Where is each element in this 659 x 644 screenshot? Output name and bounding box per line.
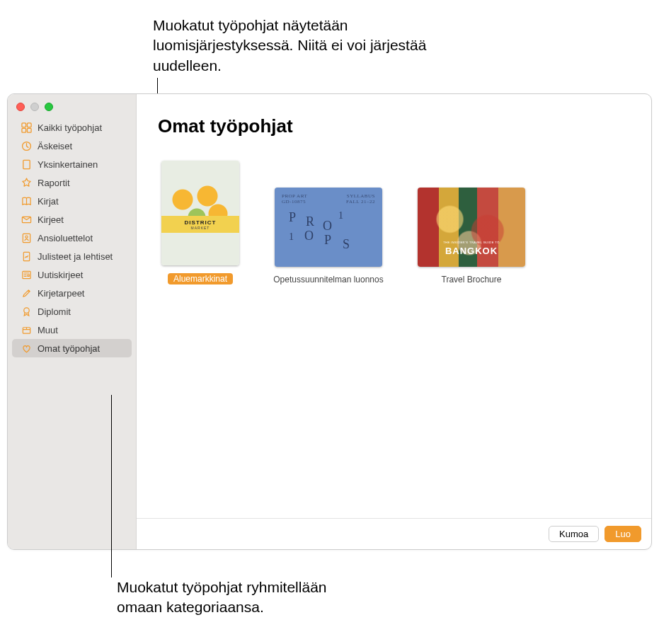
sidebar-item-label: Muut bbox=[38, 325, 58, 335]
clock-icon bbox=[21, 140, 32, 151]
thumb-text: THE INSIDER'S TRAVEL GUIDE TO bbox=[418, 241, 525, 244]
svg-rect-1 bbox=[27, 122, 31, 127]
close-button[interactable] bbox=[16, 103, 25, 111]
template-thumbnail: THE INSIDER'S TRAVEL GUIDE TO BANGKOK bbox=[418, 188, 525, 267]
sidebar-item-label: Yksinkertainen bbox=[38, 159, 98, 170]
template-label: Travel Brochure bbox=[442, 275, 502, 284]
sidebar-item-recent[interactable]: Äskeiset bbox=[12, 137, 132, 155]
sidebar-item-label: Kirjetarpeet bbox=[38, 288, 84, 299]
sidebar-item-label: Diplomit bbox=[38, 306, 71, 317]
poster-icon bbox=[21, 251, 32, 262]
callout-top: Muokatut työpohjat näytetään luomisjärje… bbox=[153, 16, 436, 76]
sidebar-item-my-templates[interactable]: Omat työpohjat bbox=[12, 339, 132, 357]
sidebar-item-letters[interactable]: Kirjeet bbox=[12, 210, 132, 229]
template-item-aluemarkkinat[interactable]: DISTRICT MARKET Aluemarkkinat bbox=[158, 157, 243, 284]
svg-rect-5 bbox=[23, 160, 29, 168]
thumb-text: SYLLABUS FALL 21–22 bbox=[346, 193, 375, 205]
maximize-button[interactable] bbox=[45, 103, 53, 111]
sidebar-item-label: Uutiskirjeet bbox=[38, 270, 83, 280]
heart-icon bbox=[21, 343, 32, 354]
svg-rect-0 bbox=[21, 122, 25, 127]
newspaper-icon bbox=[21, 269, 32, 280]
content: Omat työpohjat DISTRICT MARKET Al bbox=[137, 94, 651, 518]
sidebar-item-label: Raportit bbox=[38, 178, 70, 188]
book-icon bbox=[21, 195, 32, 207]
sidebar: Kaikki työpohjat Äskeiset Yksinkertainen… bbox=[8, 94, 137, 549]
thumb-text: PROP ART GD-10875 bbox=[282, 193, 307, 205]
envelope-icon bbox=[21, 214, 32, 225]
templates-grid: DISTRICT MARKET Aluemarkkinat PROP ART G… bbox=[158, 157, 630, 284]
template-label: Opetussuunnitelman luonnos bbox=[273, 275, 383, 284]
sidebar-item-stationery[interactable]: Kirjetarpeet bbox=[12, 284, 132, 302]
svg-rect-3 bbox=[27, 128, 31, 132]
callout-bottom: Muokatut työpohjat ryhmitellään omaan ka… bbox=[117, 577, 329, 618]
create-button[interactable]: Luo bbox=[604, 526, 641, 542]
sidebar-item-label: Kirjat bbox=[38, 196, 59, 207]
window-controls bbox=[8, 98, 136, 118]
sidebar-item-resumes[interactable]: Ansioluettelot bbox=[12, 229, 132, 247]
main-area: Omat työpohjat DISTRICT MARKET Al bbox=[137, 94, 651, 549]
thumb-text: BANGKOK bbox=[445, 246, 498, 256]
box-icon bbox=[21, 324, 32, 335]
footer: Kumoa Luo bbox=[137, 518, 651, 549]
sidebar-item-label: Omat työpohjat bbox=[38, 343, 100, 354]
sidebar-item-reports[interactable]: Raportit bbox=[12, 173, 132, 192]
stationery-icon bbox=[21, 287, 32, 299]
sidebar-item-posters[interactable]: Julisteet ja lehtiset bbox=[12, 247, 132, 265]
thumb-text: MARKET bbox=[191, 226, 210, 230]
sidebar-item-books[interactable]: Kirjat bbox=[12, 192, 132, 210]
svg-point-8 bbox=[25, 235, 27, 237]
svg-rect-2 bbox=[21, 128, 25, 132]
sidebar-item-newsletters[interactable]: Uutiskirjeet bbox=[12, 265, 132, 284]
doc-icon bbox=[21, 159, 32, 170]
template-label: Aluemarkkinat bbox=[168, 273, 233, 284]
minimize-button[interactable] bbox=[30, 103, 39, 111]
template-item-opetussuunnitelma[interactable]: PROP ART GD-10875 SYLLABUS FALL 21–22 PR… bbox=[271, 184, 386, 284]
page-title: Omat työpohjat bbox=[158, 115, 630, 137]
callout-line-bottom bbox=[111, 395, 112, 577]
cancel-button[interactable]: Kumoa bbox=[549, 526, 599, 542]
sidebar-item-label: Julisteet ja lehtiset bbox=[38, 251, 113, 262]
sidebar-item-label: Äskeiset bbox=[38, 141, 72, 151]
svg-point-11 bbox=[23, 307, 29, 313]
sidebar-item-simple[interactable]: Yksinkertainen bbox=[12, 155, 132, 173]
template-chooser-window: Kaikki työpohjat Äskeiset Yksinkertainen… bbox=[7, 93, 652, 550]
sidebar-item-label: Kaikki työpohjat bbox=[38, 122, 102, 133]
star-icon bbox=[21, 177, 32, 188]
grid-icon bbox=[21, 122, 32, 133]
template-item-travel-brochure[interactable]: THE INSIDER'S TRAVEL GUIDE TO BANGKOK Tr… bbox=[414, 184, 529, 284]
thumb-text: DISTRICT bbox=[185, 219, 217, 226]
person-icon bbox=[21, 232, 32, 243]
template-thumbnail: PROP ART GD-10875 SYLLABUS FALL 21–22 PR… bbox=[275, 188, 382, 267]
sidebar-item-certificates[interactable]: Diplomit bbox=[12, 302, 132, 321]
ribbon-icon bbox=[21, 306, 32, 317]
sidebar-item-label: Kirjeet bbox=[38, 214, 64, 225]
sidebar-item-label: Ansioluettelot bbox=[38, 233, 93, 243]
template-thumbnail: DISTRICT MARKET bbox=[161, 161, 239, 265]
sidebar-item-other[interactable]: Muut bbox=[12, 321, 132, 339]
sidebar-item-all-templates[interactable]: Kaikki työpohjat bbox=[12, 118, 132, 137]
